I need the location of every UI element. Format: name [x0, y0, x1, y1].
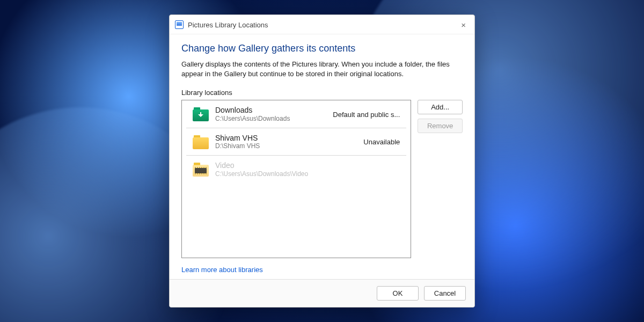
dialog-body: Change how Gallery gathers its contents …: [170, 34, 474, 279]
library-locations-label: Library locations: [181, 89, 463, 97]
app-icon: [175, 20, 184, 29]
page-heading: Change how Gallery gathers its contents: [181, 43, 463, 54]
list-item-path: C:\Users\Asus\Downloads\Video: [215, 170, 393, 179]
list-item-path: C:\Users\Asus\Downloads: [215, 115, 326, 123]
list-item[interactable]: Video C:\Users\Asus\Downloads\Video: [186, 156, 406, 182]
video-folder-icon: [193, 163, 209, 177]
list-item-name: Shivam VHS: [215, 134, 357, 143]
side-buttons: Add... Remove: [418, 100, 463, 258]
list-item-name: Video: [215, 161, 393, 170]
list-item[interactable]: Shivam VHS D:\Shivam VHS Unavailable: [186, 128, 406, 156]
folder-icon: [193, 135, 209, 149]
locations-row: Downloads C:\Users\Asus\Downloads Defaul…: [181, 100, 463, 258]
page-description: Gallery displays the contents of the Pic…: [181, 60, 450, 79]
cancel-button[interactable]: Cancel: [424, 286, 466, 301]
list-item-path: D:\Shivam VHS: [215, 142, 357, 151]
list-item-status: Unavailable: [363, 138, 400, 146]
list-item-text: Video C:\Users\Asus\Downloads\Video: [215, 161, 393, 178]
dialog-footer: OK Cancel: [170, 279, 474, 307]
window-title: Pictures Library Locations: [188, 21, 458, 29]
ok-button[interactable]: OK: [377, 286, 419, 301]
download-folder-icon: [193, 107, 209, 121]
list-item-text: Downloads C:\Users\Asus\Downloads: [215, 106, 326, 123]
library-locations-list[interactable]: Downloads C:\Users\Asus\Downloads Defaul…: [181, 100, 411, 258]
remove-button[interactable]: Remove: [418, 119, 463, 133]
pictures-library-locations-dialog: Pictures Library Locations × Change how …: [169, 14, 475, 308]
learn-more-link[interactable]: Learn more about libraries: [181, 266, 263, 274]
close-icon[interactable]: ×: [458, 19, 469, 31]
list-item-status: Default and public s...: [333, 111, 400, 119]
list-item-name: Downloads: [215, 106, 326, 115]
list-item-text: Shivam VHS D:\Shivam VHS: [215, 134, 357, 151]
add-button[interactable]: Add...: [418, 100, 463, 114]
list-item[interactable]: Downloads C:\Users\Asus\Downloads Defaul…: [186, 100, 406, 128]
titlebar: Pictures Library Locations ×: [170, 15, 474, 34]
